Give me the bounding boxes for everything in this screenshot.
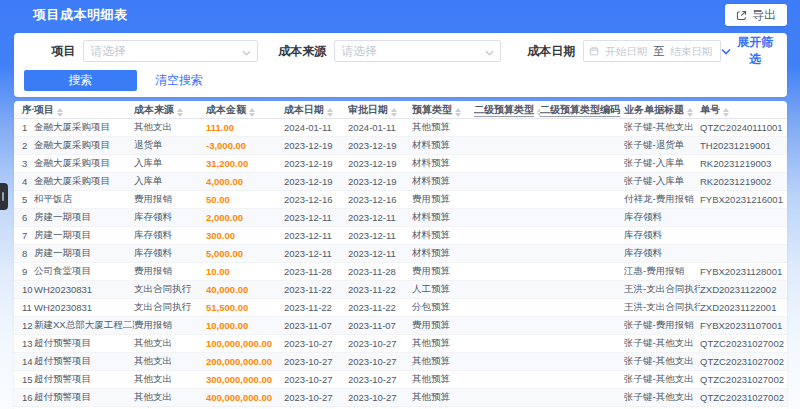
cell-doc-title: 库存领料: [624, 209, 700, 227]
cell-sub-budget-type-code: [540, 299, 624, 317]
cell-project: WH20230831: [34, 281, 134, 299]
cell-project: 超付预警项目: [34, 353, 134, 371]
table-row: 7房建一期项目库存领料300.002023-12-112023-12-11材料预…: [14, 227, 787, 245]
cell-project: 公司食堂项目: [34, 263, 134, 281]
cell-cost-amount: 300,000,000.00: [206, 371, 284, 389]
cell-cost-date: 2024-01-11: [284, 119, 348, 137]
cell-sub-budget-type-code: [540, 281, 624, 299]
cell-sub-budget-type: [474, 137, 540, 155]
cell-sub-budget-type: [474, 209, 540, 227]
cell-cost-amount: 40,000.00: [206, 281, 284, 299]
start-date-input[interactable]: [602, 44, 650, 58]
cell-project: 房建一期项目: [34, 227, 134, 245]
project-select-input[interactable]: [84, 44, 242, 58]
cell-cost-date: 2023-10-27: [284, 335, 348, 353]
cell-index: 6: [14, 209, 34, 227]
column-label: 成本来源: [134, 104, 174, 115]
table-header-row: 序号项目成本来源成本金额成本日期审批日期预算类型二级预算类型二级预算类型编码业务…: [14, 101, 787, 119]
cost-date-range-picker[interactable]: 至: [583, 40, 721, 62]
cell-cost-source: 入库单: [134, 173, 206, 191]
column-header-5[interactable]: 成本日期: [284, 101, 348, 119]
cell-budget-type: 其他预算: [412, 353, 474, 371]
clear-search-button[interactable]: 清空搜索: [151, 72, 207, 89]
column-header-7[interactable]: 预算类型: [412, 101, 474, 119]
cell-approval-date: 2023-10-27: [348, 335, 412, 353]
cell-cost-source: 库存领料: [134, 227, 206, 245]
cell-sub-budget-type-code: [540, 389, 624, 407]
filter-panel: 项目 成本来源 成本日期 至: [14, 33, 787, 97]
expand-filters-link[interactable]: 展开筛选: [721, 34, 775, 68]
cell-index: 2: [14, 137, 34, 155]
cell-cost-amount: 51,500.00: [206, 299, 284, 317]
sort-icon[interactable]: [249, 108, 255, 117]
export-button[interactable]: 导出: [725, 4, 787, 26]
table-row: 14超付预警项目其他支出200,000,000.002023-10-272023…: [14, 353, 787, 371]
table-row: 8房建一期项目库存领料5,000.002023-12-112023-12-11材…: [14, 245, 787, 263]
table-row: 2金融大厦采购项目退货单-3,000.002023-12-192023-12-1…: [14, 137, 787, 155]
cell-cost-source: 其他支出: [134, 353, 206, 371]
column-header-11[interactable]: 单号: [700, 101, 787, 119]
cell-index: 16: [14, 389, 34, 407]
table-row: 13超付预警项目其他支出100,000,000.002023-10-272023…: [14, 335, 787, 353]
column-header-2[interactable]: 项目: [34, 101, 134, 119]
cell-doc-title: 王洪-支出合同执行: [624, 281, 700, 299]
cell-doc-number: QTZC20231027002: [700, 335, 787, 353]
floating-panel-handle[interactable]: [0, 183, 8, 210]
column-header-8[interactable]: 二级预算类型: [474, 101, 540, 119]
cell-approval-date: 2023-12-19: [348, 173, 412, 191]
date-filter-label: 成本日期: [527, 43, 575, 60]
cell-cost-source: 其他支出: [134, 371, 206, 389]
cell-doc-number: [700, 245, 787, 263]
search-button[interactable]: 搜索: [24, 70, 137, 91]
cell-approval-date: 2023-10-27: [348, 353, 412, 371]
source-select-input[interactable]: [335, 44, 485, 58]
table-row: 6房建一期项目库存领料2,000.002023-12-112023-12-11材…: [14, 209, 787, 227]
cell-doc-number: FYBX20231107001: [700, 317, 787, 335]
cell-sub-budget-type: [474, 173, 540, 191]
column-label: 业务单据标题: [624, 104, 684, 115]
cell-sub-budget-type-code: [540, 191, 624, 209]
project-select[interactable]: [83, 40, 258, 62]
cell-approval-date: 2023-12-16: [348, 191, 412, 209]
cell-doc-number: FYBX20231128001: [700, 263, 787, 281]
sort-icon[interactable]: [723, 108, 729, 117]
cell-cost-source: 支出合同执行: [134, 281, 206, 299]
column-label: 成本金额: [206, 104, 246, 115]
sort-icon[interactable]: [57, 108, 63, 117]
cell-doc-number: FYBX20231216001: [700, 191, 787, 209]
cell-sub-budget-type-code: [540, 371, 624, 389]
cell-sub-budget-type: [474, 263, 540, 281]
cell-doc-number: QTZC20240111001: [700, 119, 787, 137]
cell-doc-number: [700, 227, 787, 245]
sort-icon[interactable]: [687, 108, 693, 117]
cell-budget-type: 其他预算: [412, 389, 474, 407]
column-header-9[interactable]: 二级预算类型编码: [540, 101, 624, 119]
cell-cost-date: 2023-12-19: [284, 173, 348, 191]
sort-icon[interactable]: [177, 108, 183, 117]
column-header-6[interactable]: 审批日期: [348, 101, 412, 119]
cell-doc-number: ZXD20231122002: [700, 281, 787, 299]
column-header-4[interactable]: 成本金额: [206, 101, 284, 119]
column-label: 项目: [34, 104, 54, 115]
column-header-10[interactable]: 业务单据标题: [624, 101, 700, 119]
cell-doc-title: 付祥龙-费用报销: [624, 191, 700, 209]
cell-budget-type: 费用预算: [412, 191, 474, 209]
sort-icon[interactable]: [455, 108, 461, 117]
cell-doc-title: 江惠-费用报销: [624, 263, 700, 281]
cell-approval-date: 2023-11-22: [348, 281, 412, 299]
sort-icon[interactable]: [327, 108, 333, 117]
cell-cost-amount: -3,000.00: [206, 137, 284, 155]
source-select[interactable]: [334, 40, 501, 62]
end-date-input[interactable]: [667, 44, 715, 58]
cell-project: 金融大厦采购项目: [34, 137, 134, 155]
cell-approval-date: 2023-10-27: [348, 389, 412, 407]
cell-sub-budget-type: [474, 119, 540, 137]
table-row: 15超付预警项目其他支出300,000,000.002023-10-272023…: [14, 371, 787, 389]
column-header-3[interactable]: 成本来源: [134, 101, 206, 119]
cell-cost-amount: 4,000.00: [206, 173, 284, 191]
sort-icon[interactable]: [391, 108, 397, 117]
column-label: 序号: [22, 104, 34, 115]
cell-budget-type: 其他预算: [412, 119, 474, 137]
cell-project: 房建一期项目: [34, 245, 134, 263]
cell-sub-budget-type-code: [540, 317, 624, 335]
